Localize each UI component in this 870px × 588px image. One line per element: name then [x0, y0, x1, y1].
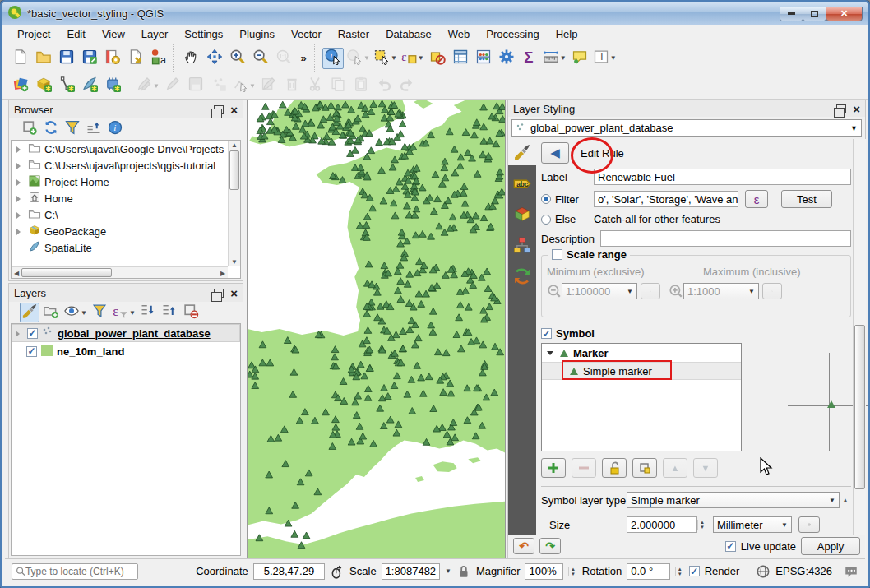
toggle-editing-button[interactable]: [162, 75, 183, 96]
coordinate-value[interactable]: 5.28,47.29: [253, 563, 325, 580]
description-input[interactable]: [600, 230, 851, 247]
browser-item[interactable]: Project Home: [12, 174, 240, 190]
processing-toolbox-button[interactable]: [496, 48, 517, 69]
delete-selected-button[interactable]: [281, 75, 303, 96]
move-down-button[interactable]: ▼: [693, 458, 718, 478]
scale-value[interactable]: 1:8087482: [382, 563, 440, 580]
zoom-full-button[interactable]: [204, 48, 225, 69]
tab-diagrams[interactable]: [513, 236, 531, 257]
widget-scrollbar[interactable]: ▲: [840, 497, 851, 504]
layer-item-global_power_plant_database[interactable]: global_power_plant_database: [12, 324, 240, 342]
vertex-tool-button[interactable]: ▼: [231, 75, 257, 96]
map-tips-button[interactable]: [569, 48, 590, 69]
overflow-button[interactable]: »: [296, 48, 311, 69]
magnifier-spinner[interactable]: ▲▼: [568, 567, 577, 576]
zoom-in-button[interactable]: [227, 48, 248, 69]
paste-features-button[interactable]: [350, 75, 372, 96]
menu-raster[interactable]: Raster: [330, 25, 377, 43]
menu-edit[interactable]: Edit: [58, 25, 93, 43]
styling-float-button[interactable]: [836, 104, 846, 113]
zoom-native-button[interactable]: 1:1: [273, 48, 294, 69]
filter-browser-button[interactable]: [62, 119, 82, 139]
symbol-checkbox[interactable]: [541, 328, 552, 339]
layer-visibility-checkbox[interactable]: [26, 346, 37, 357]
browser-item[interactable]: GeoPackage: [12, 223, 240, 239]
show-statistics-button[interactable]: Σ: [519, 48, 540, 69]
crs-globe-icon[interactable]: [756, 564, 771, 579]
new-spatialite-layer-button[interactable]: [79, 75, 100, 96]
styling-layer-select[interactable]: global_power_plant_database ▼: [511, 119, 862, 137]
layer-item-ne_10m_land[interactable]: ne_10m_land: [12, 342, 240, 360]
apply-button[interactable]: Apply: [801, 537, 860, 555]
symbol-tree-simple-marker[interactable]: Simple marker: [542, 362, 741, 380]
close-button[interactable]: ✕: [826, 7, 863, 21]
menu-web[interactable]: Web: [440, 25, 479, 43]
scale-max-dd-button[interactable]: [762, 283, 782, 299]
remove-symbol-layer-button[interactable]: [572, 458, 596, 478]
layout-manager-button[interactable]: [125, 48, 146, 69]
select-features-button[interactable]: ▼: [373, 48, 398, 69]
copy-features-button[interactable]: [327, 75, 349, 96]
measure-button[interactable]: ▼: [542, 48, 567, 69]
browser-item[interactable]: SpatiaLite: [12, 239, 240, 256]
collapse-all-button[interactable]: [84, 119, 104, 139]
browser-close-button[interactable]: ×: [230, 105, 238, 114]
add-group-button[interactable]: [41, 303, 61, 322]
text-annotation-button[interactable]: T▼: [592, 48, 618, 69]
rule-label-input[interactable]: Renewable Fuel: [594, 169, 851, 185]
size-dd-button[interactable]: [798, 516, 820, 533]
expand-all-button[interactable]: [138, 303, 158, 322]
render-checkbox[interactable]: [689, 566, 700, 576]
symbol-layer-type-combo[interactable]: Simple marker▼: [627, 492, 840, 508]
menu-plugins[interactable]: Plugins: [231, 25, 283, 43]
browser-item[interactable]: Home: [12, 190, 240, 206]
layer-visibility-checkbox[interactable]: [27, 328, 38, 339]
open-project-button[interactable]: [33, 48, 54, 69]
menu-vector[interactable]: Vector: [283, 25, 330, 43]
show-properties-button[interactable]: i: [105, 119, 125, 139]
map-canvas[interactable]: [247, 100, 506, 558]
filter-by-expression-button[interactable]: ε▼: [111, 303, 137, 322]
style-redo-button[interactable]: ↷: [539, 538, 561, 554]
lock-scale-icon[interactable]: [456, 564, 471, 579]
menu-database[interactable]: Database: [377, 25, 440, 43]
new-project-button[interactable]: [10, 48, 31, 69]
menu-project[interactable]: Project: [9, 25, 58, 43]
menu-help[interactable]: Help: [548, 25, 586, 43]
new-virtual-layer-button[interactable]: [102, 75, 123, 96]
tab-symbology[interactable]: [508, 139, 536, 165]
layers-close-button[interactable]: ×: [230, 289, 238, 298]
zoom-out-button[interactable]: [250, 48, 271, 69]
back-button[interactable]: ◀: [541, 142, 569, 164]
browser-hscrollbar[interactable]: ◀▶: [12, 266, 228, 278]
deselect-all-button[interactable]: [427, 48, 448, 69]
browser-item[interactable]: C:\Users\ujaval\Google Drive\Projects: [12, 141, 240, 157]
select-by-expression-button[interactable]: ε▼: [400, 48, 425, 69]
undo-button[interactable]: [373, 75, 395, 96]
tab-labels[interactable]: abc: [513, 174, 531, 195]
identify-features-button[interactable]: i: [322, 48, 344, 69]
save-edits-button[interactable]: [185, 75, 206, 96]
symbol-tree-marker[interactable]: Marker: [542, 344, 741, 362]
menu-settings[interactable]: Settings: [176, 25, 231, 43]
add-symbol-layer-button[interactable]: [541, 458, 566, 478]
duplicate-symbol-layer-button[interactable]: [632, 458, 657, 478]
browser-item[interactable]: C:\Users\ujaval\projects\qgis-tutorial: [12, 157, 240, 174]
move-up-button[interactable]: ▲: [663, 458, 687, 478]
current-edits-button[interactable]: ▼: [135, 75, 160, 96]
scale-range-checkbox[interactable]: [552, 249, 562, 260]
test-button[interactable]: Test: [781, 190, 832, 208]
collapse-all-layers-button[interactable]: [160, 303, 179, 322]
open-styling-panel-button[interactable]: [20, 303, 39, 322]
new-print-layout-button[interactable]: [102, 48, 123, 69]
add-layer-button[interactable]: [20, 119, 39, 139]
menu-layer[interactable]: Layer: [133, 25, 177, 43]
layers-float-button[interactable]: [214, 289, 224, 298]
remove-layer-button[interactable]: [181, 303, 201, 322]
lock-symbol-layer-button[interactable]: [602, 458, 627, 478]
redo-button[interactable]: [396, 75, 418, 96]
rotation-spinner[interactable]: ▲▼: [675, 567, 684, 576]
browser-item[interactable]: C:\: [12, 206, 240, 223]
new-shapefile-layer-button[interactable]: [56, 75, 77, 96]
size-unit-combo[interactable]: Millimeter▼: [713, 516, 792, 533]
